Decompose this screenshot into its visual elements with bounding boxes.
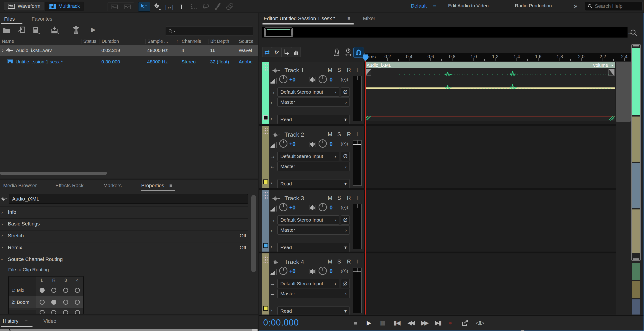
monitor-input-icon[interactable]: ((•)) (341, 205, 348, 210)
rewind-button[interactable]: ◀◀ (407, 319, 414, 327)
arm-record-button[interactable]: R (347, 258, 351, 265)
crossfade-toggle-button[interactable]: ⇄ (262, 47, 272, 57)
vertical-zoom-icon[interactable]: ↔ − (629, 29, 639, 39)
automation-mode-selector[interactable]: Read▾ (277, 115, 350, 124)
arm-record-button[interactable]: R (347, 67, 351, 73)
waveform-view-button[interactable]: Waveform (4, 2, 44, 11)
section-remix[interactable]: ›RemixOff (1, 245, 246, 251)
phase-button[interactable]: Ø (341, 279, 350, 288)
clip-header[interactable]: Audio_iXML Volume ▾ (365, 62, 615, 68)
skip-selection-button[interactable]: ◁|▷ (476, 319, 484, 327)
tracks-vertical-scrollbar[interactable] (616, 62, 631, 122)
radio-mix-4[interactable] (75, 288, 80, 293)
pan-knob[interactable] (318, 75, 327, 83)
import-file-button[interactable] (18, 26, 26, 34)
track-color-strip[interactable] (262, 190, 269, 252)
delete-button[interactable] (73, 26, 79, 34)
file-row-audio-ixml[interactable]: › Audio_iXML.wav 0:02.319 48000 Hz 4 16 … (0, 45, 258, 56)
track-select-checkbox[interactable] (263, 243, 268, 248)
mute-button[interactable]: M (328, 67, 332, 73)
viewport-top-grip[interactable] (633, 45, 639, 46)
metronome-button[interactable] (333, 48, 341, 57)
track-color-strip[interactable] (262, 62, 269, 124)
track-select-checkbox[interactable] (263, 306, 268, 311)
audio-clip[interactable]: Audio_iXML Volume ▾ (365, 62, 615, 121)
expander-icon[interactable]: › (2, 47, 4, 54)
time-selection-tool-button[interactable]: I (178, 2, 184, 11)
tab-video[interactable]: Video (44, 318, 56, 324)
volume-value[interactable]: +0 (289, 204, 296, 211)
history-menu-icon[interactable]: ≡ (25, 318, 28, 324)
healing-brush-tool-button[interactable] (226, 2, 234, 10)
metering-view-button[interactable] (291, 47, 301, 57)
clip-mode-caret-icon[interactable]: ▾ (611, 63, 613, 68)
record-button[interactable]: ● (448, 319, 452, 327)
files-column-headers[interactable]: Name Status Duration Sample ...↑ Channel… (0, 38, 258, 45)
vertical-scrollbar[interactable] (251, 195, 256, 272)
pan-knob[interactable] (318, 267, 327, 275)
clip-envelope-mode[interactable]: Volume (593, 63, 608, 68)
volume-value[interactable]: +0 (289, 76, 296, 83)
stop-button[interactable]: ■ (354, 319, 358, 327)
lasso-tool-button[interactable] (202, 3, 210, 10)
files-panel-menu-icon[interactable]: ≡ (17, 16, 20, 22)
track-drag-handle[interactable] (263, 64, 268, 71)
go-to-start-button[interactable]: ▮◀ (394, 319, 400, 327)
effects-toggle-button[interactable]: fx (272, 47, 282, 57)
pause-button[interactable]: ▮▮ (380, 319, 385, 327)
track-name[interactable]: Track 1 (284, 67, 304, 74)
new-item-button[interactable] (32, 26, 40, 34)
section-info[interactable]: ›Info (1, 209, 248, 215)
section-basic-settings[interactable]: ›Basic Settings (1, 221, 248, 227)
editor-menu-icon[interactable]: ≡ (348, 16, 350, 22)
mute-button[interactable]: M (328, 258, 332, 265)
timeline-ruler[interactable]: hms 0.2 0.4 0.6 0.8 1.0 1.2 1.4 1.6 1.8 … (364, 53, 632, 61)
files-search-box[interactable]: ▾ (165, 26, 253, 36)
tab-effects-rack[interactable]: Effects Rack (56, 183, 84, 188)
tab-history[interactable]: History (3, 318, 18, 324)
preview-play-button[interactable]: ▶ (91, 26, 96, 33)
solo-button[interactable]: S (337, 258, 341, 265)
workspace-overflow-button[interactable]: » (574, 2, 577, 10)
track-color-strip[interactable] (262, 126, 269, 188)
slip-tool-button[interactable]: |↔| (164, 3, 175, 11)
solo-button[interactable]: S (337, 131, 341, 138)
routing-row-boom[interactable]: 2: Boom (9, 296, 83, 308)
radio-boom-4[interactable] (75, 300, 80, 305)
routing-view-button[interactable] (282, 47, 291, 57)
radio-mix-3[interactable] (63, 288, 68, 293)
spectral-frequency-icon[interactable] (108, 3, 121, 11)
file-row-session[interactable]: Untitle...ssion 1.sesx * 0:30.000 48000 … (0, 56, 258, 67)
pan-value[interactable]: 0 (330, 76, 332, 83)
multitrack-view-button[interactable]: Multitrack (45, 2, 84, 11)
automation-expand-icon[interactable]: › (270, 244, 272, 250)
radio-mix-l[interactable] (40, 288, 45, 293)
help-search-input[interactable] (595, 3, 636, 9)
section-source-channel-routing[interactable]: ›Source Channel Routing (1, 256, 248, 262)
menu-radio-production[interactable]: Radio Production (515, 3, 552, 8)
automation-expand-icon[interactable]: › (270, 180, 272, 186)
radio-boom-r[interactable] (51, 300, 56, 305)
tab-favorites[interactable]: Favorites (32, 16, 52, 22)
radio-boom-3[interactable] (63, 300, 68, 305)
volume-value[interactable]: +0 (289, 141, 296, 147)
track-name[interactable]: Track 2 (284, 131, 304, 138)
output-selector[interactable]: Master› (277, 289, 350, 298)
menu-edit-audio-to-video[interactable]: Edit Audio to Video (448, 3, 488, 8)
phase-button[interactable]: Ø (341, 88, 350, 96)
marquee-tool-button[interactable] (191, 4, 197, 9)
solo-button[interactable]: S (337, 195, 341, 201)
output-selector[interactable]: Master› (277, 98, 350, 107)
razor-tool-button[interactable] (152, 3, 162, 11)
output-selector[interactable]: Master› (277, 162, 350, 171)
pan-knob[interactable] (318, 140, 327, 148)
mute-button[interactable]: M (328, 131, 332, 138)
zoom-in-vertical-button[interactable]: ↕ + (518, 329, 528, 331)
track-select-checkbox[interactable] (263, 180, 268, 184)
help-search-box[interactable] (585, 2, 643, 11)
pan-value[interactable]: 0 (330, 141, 332, 147)
loop-playback-button[interactable] (461, 320, 469, 327)
tab-editor[interactable]: Editor: Untitled Session 1.sesx * (264, 16, 335, 22)
time-display[interactable]: 0:00.000 (263, 318, 299, 328)
navigator-left-grip[interactable] (264, 29, 266, 36)
